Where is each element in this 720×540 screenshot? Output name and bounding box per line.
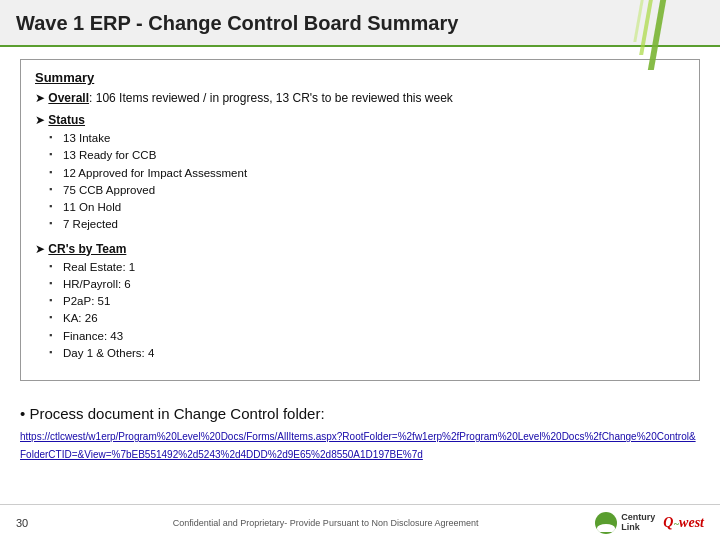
page-header: Wave 1 ERP - Change Control Board Summar… [0, 0, 720, 47]
status-label: ➤ Status [35, 113, 685, 127]
crs-label: ➤ CR's by Team [35, 242, 685, 256]
list-item: 12 Approved for Impact Assessment [63, 165, 685, 182]
centurylink-text: CenturyLink [621, 513, 655, 533]
centurylink-circle [595, 512, 617, 534]
list-item: Real Estate: 1 [63, 259, 685, 276]
centurylink-logo: CenturyLink [595, 512, 655, 534]
process-title: • Process document in Change Control fol… [20, 405, 700, 422]
page-title: Wave 1 ERP - Change Control Board Summar… [16, 12, 458, 35]
summary-box-title: Summary [35, 70, 685, 85]
list-item: HR/Payroll: 6 [63, 276, 685, 293]
list-item: 13 Intake [63, 130, 685, 147]
footer-confidential-text: Confidential and Proprietary- Provide Pu… [56, 518, 595, 528]
team-list: Real Estate: 1 HR/Payroll: 6 P2aP: 51 KA… [35, 259, 685, 363]
status-arrow: ➤ [35, 113, 48, 127]
list-item: 11 On Hold [63, 199, 685, 216]
status-strong: Status [48, 113, 85, 127]
crs-section: ➤ CR's by Team Real Estate: 1 HR/Payroll… [35, 242, 685, 363]
status-list: 13 Intake 13 Ready for CCB 12 Approved f… [35, 130, 685, 234]
footer-page-number: 30 [16, 517, 56, 529]
list-item: 7 Rejected [63, 216, 685, 233]
main-content: Summary ➤ Overall: 106 Items reviewed / … [0, 47, 720, 401]
overall-text: : 106 Items reviewed / in progress, 13 C… [89, 91, 453, 105]
footer: 30 Confidential and Proprietary- Provide… [0, 504, 720, 540]
process-section: • Process document in Change Control fol… [0, 401, 720, 468]
list-item: Day 1 & Others: 4 [63, 345, 685, 362]
list-item: 75 CCB Approved [63, 182, 685, 199]
list-item: KA: 26 [63, 310, 685, 327]
list-item: 13 Ready for CCB [63, 147, 685, 164]
overall-label-icon: ➤ [35, 91, 48, 105]
crs-strong: CR's by Team [48, 242, 126, 256]
crs-arrow: ➤ [35, 242, 48, 256]
status-section: ➤ Status 13 Intake 13 Ready for CCB 12 A… [35, 113, 685, 234]
process-link[interactable]: https://ctlcwest/w1erp/Program%20Level%2… [20, 431, 696, 460]
list-item: P2aP: 51 [63, 293, 685, 310]
summary-box: Summary ➤ Overall: 106 Items reviewed / … [20, 59, 700, 381]
overall-label: ➤ Overall: 106 Items reviewed / in progr… [35, 91, 685, 105]
overall-strong: Overall [48, 91, 89, 105]
list-item: Finance: 43 [63, 328, 685, 345]
footer-logos: CenturyLink Q~west [595, 512, 704, 534]
qwest-wave: ~ [673, 518, 679, 529]
qwest-logo: Q~west [663, 515, 704, 531]
overall-section: ➤ Overall: 106 Items reviewed / in progr… [35, 91, 685, 105]
